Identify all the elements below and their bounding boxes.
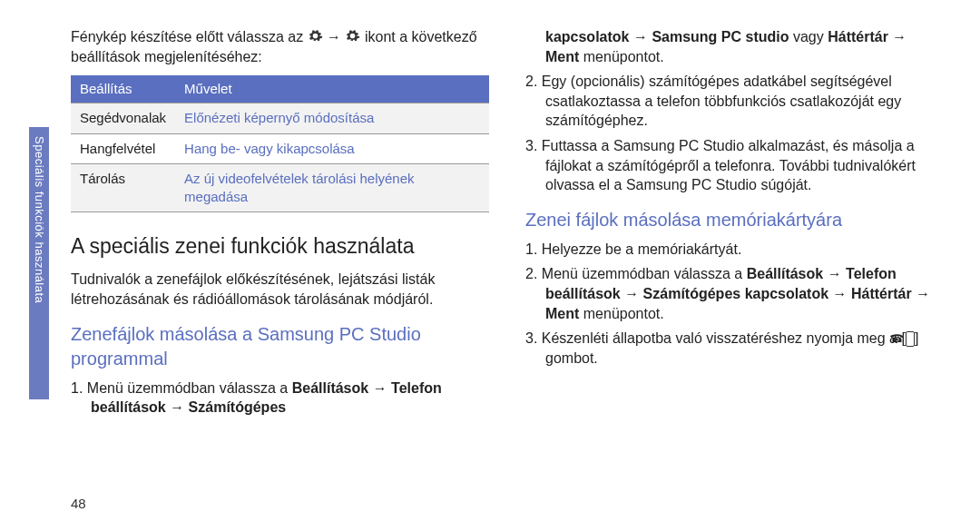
left-column: Fénykép készítése előtt válassza az → ik… — [71, 27, 489, 504]
step-text-end: menüpontot. — [579, 306, 663, 321]
camera-settings-table: Beállítás Művelet Segédvonalak Előnézeti… — [71, 75, 489, 212]
list-item: Menü üzemmódban válassza a Beállítások →… — [525, 264, 944, 323]
step-text: Menü üzemmódban válassza a — [542, 266, 747, 281]
cont-mid: vagy — [789, 29, 828, 44]
music-section-title: A speciális zenei funkciók használata — [71, 232, 489, 261]
cell-op: Hang be- vagy kikapcsolása — [175, 133, 489, 163]
cell-op: Az új videofelvételek tárolási helyének … — [175, 163, 489, 212]
th-setting: Beállítás — [71, 75, 175, 103]
list-item: Menü üzemmódban válassza a Beállítások →… — [71, 379, 489, 418]
table-row: Tárolás Az új videofelvételek tárolási h… — [71, 163, 489, 212]
intro-text-pre: Fénykép készítése előtt válassza az — [71, 29, 308, 44]
table-row: Hangfelvétel Hang be- vagy kikapcsolása — [71, 133, 489, 163]
gear-icon — [345, 29, 364, 44]
music-section-body: Tudnivalók a zenefájlok előkészítésének,… — [71, 270, 489, 309]
intro-arrow: → — [327, 29, 345, 44]
list-item: Helyezze be a memóriakártyát. — [525, 240, 944, 260]
list-item: Egy (opcionális) számítógépes adatkábel … — [525, 72, 944, 131]
copy-pcstudio-steps-right: Egy (opcionális) számítógépes adatkábel … — [525, 72, 944, 195]
th-op: Művelet — [175, 75, 489, 103]
table-row: Segédvonalak Előnézeti képernyő módosítá… — [71, 103, 489, 133]
cont-bold-1: kapcsolatok → Samsung PC studio — [545, 29, 789, 44]
copy-card-title: Zenei fájlok másolása memóriakártyára — [525, 208, 944, 232]
page-number: 48 — [71, 496, 86, 511]
camera-intro: Fénykép készítése előtt válassza az → ik… — [71, 27, 489, 66]
side-tab: Speciális funkciók használata — [29, 127, 49, 399]
cell-setting: Hangfelvétel — [71, 133, 175, 163]
cell-op: Előnézeti képernyő módosítása — [175, 103, 489, 133]
gear-icon — [308, 29, 327, 44]
step-text: Menü üzemmódban válassza a — [87, 380, 292, 396]
cell-setting: Segédvonalak — [71, 103, 175, 133]
cell-setting: Tárolás — [71, 163, 175, 212]
step-text: Készenléti állapotba való visszatéréshez… — [542, 330, 906, 346]
cont-end: menüpontot. — [579, 49, 663, 64]
copy-pcstudio-steps-left: Menü üzemmódban válassza a Beállítások →… — [71, 379, 489, 418]
step1-continuation: kapcsolatok → Samsung PC studio vagy Hát… — [525, 27, 944, 66]
list-item: Futtassa a Samsung PC Studio alkalmazást… — [525, 136, 944, 195]
end-call-key-icon: ☎ — [906, 331, 915, 347]
copy-card-steps: Helyezze be a memóriakártyát. Menü üzemm… — [525, 240, 944, 369]
right-column: kapcsolatok → Samsung PC studio vagy Hát… — [525, 27, 944, 504]
list-item: Készenléti állapotba való visszatéréshez… — [525, 329, 944, 368]
copy-pcstudio-title: Zenefájlok másolása a Samsung PC Studio … — [71, 322, 489, 371]
